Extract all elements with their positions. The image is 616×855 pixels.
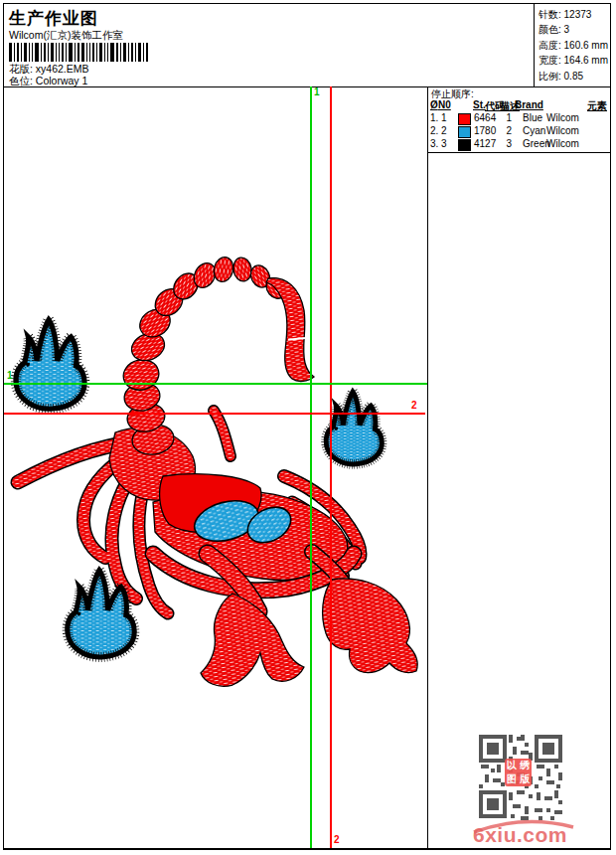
col-n0: N0 (438, 99, 451, 110)
watermark-text: 6xiu.com (473, 823, 567, 847)
header: 生产作业图 Wilcom(汇京)装饰工作室 (4, 4, 610, 87)
studio-name: Wilcom(汇京)装饰工作室 (9, 29, 123, 43)
guide-horizontal-start (4, 383, 427, 385)
paw-print-right (326, 392, 382, 464)
red-seal: 以绣 图版 (505, 759, 532, 786)
table-row: 3. 3 4127 3 Green Wilcom (428, 138, 610, 151)
stat-width: 宽度: 164.6 mm (539, 53, 610, 68)
thread-color-swatch (458, 113, 471, 125)
thread-color-swatch (458, 126, 471, 138)
qr-code: 以绣 图版 (477, 733, 564, 820)
col-elements: 元素 (587, 99, 607, 113)
start-marker-left: 1 (7, 371, 13, 381)
col-hash: Ø (430, 99, 438, 110)
stop-sequence-table: 停止顺序: Ø N0 St. 代码 描述 Brand 元素 1. 1 6464 … (428, 86, 610, 153)
colorway-label: 色位: (9, 75, 33, 86)
production-worksheet-page: 生产作业图 Wilcom(汇京)装饰工作室 (0, 0, 616, 855)
page-title: 生产作业图 (9, 7, 98, 30)
colorway-value: Colorway 1 (36, 75, 88, 86)
main-area: 1 1 2 2 停止顺序: Ø N0 St. 代码 描述 Brand 元素 1. (4, 86, 610, 848)
design-canvas: 1 1 2 2 (4, 86, 427, 848)
thread-color-swatch (458, 139, 471, 151)
table-row: 1. 1 6464 1 Blue Wilcom (428, 112, 610, 125)
end-marker-right: 2 (411, 401, 417, 411)
stat-scale: 比例: 0.85 (539, 69, 610, 84)
stat-stitches: 针数: 12373 (539, 7, 610, 22)
col-brand: Brand (515, 99, 543, 110)
scorpion-embroidery-design (4, 86, 427, 848)
pattern-value: xy462.EMB (36, 63, 89, 75)
pattern-label: 花版: (9, 63, 33, 75)
guide-horizontal-end (4, 413, 425, 415)
stop-sequence-header-row: Ø N0 St. 代码 描述 Brand 元素 (428, 99, 610, 111)
start-marker-top: 1 (314, 87, 320, 97)
worksheet-border: 生产作业图 Wilcom(汇京)装饰工作室 (3, 3, 611, 850)
end-marker-bottom: 2 (334, 835, 340, 845)
paw-print-top-left (16, 320, 84, 410)
stat-height: 高度: 160.6 mm (539, 38, 610, 53)
design-stats-box: 针数: 12373 颜色: 3 高度: 160.6 mm 宽度: 164.6 m… (534, 4, 610, 86)
table-row: 2. 2 1780 2 Cyan Wilcom (428, 125, 610, 138)
guide-vertical-end (330, 86, 332, 848)
col-st: St. (473, 99, 486, 110)
guide-vertical-start (310, 86, 312, 848)
right-column: 停止顺序: Ø N0 St. 代码 描述 Brand 元素 1. 1 6464 … (427, 86, 610, 848)
stat-colors: 颜色: 3 (539, 22, 610, 37)
